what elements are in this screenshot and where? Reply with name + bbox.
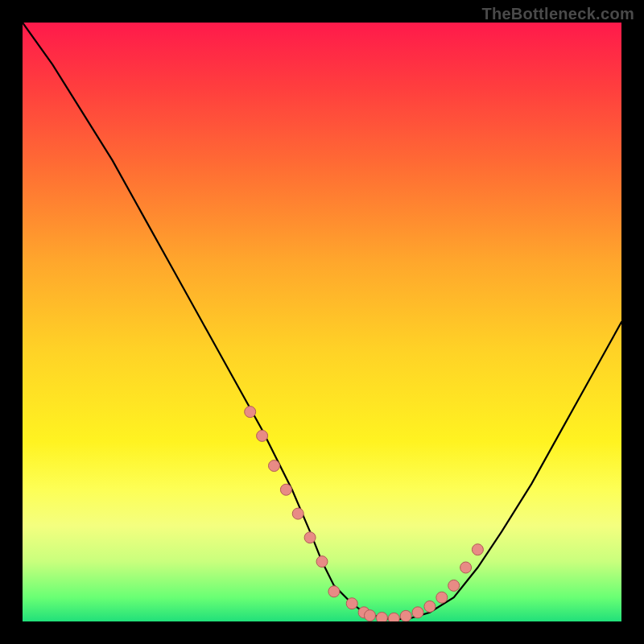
marker-dot: [448, 580, 460, 591]
marker-dot: [316, 556, 328, 568]
marker-dot: [412, 607, 423, 618]
plot-area: [23, 23, 621, 621]
watermark-text: TheBottleneck.com: [481, 5, 634, 23]
chart-frame: TheBottleneck.com: [0, 0, 644, 644]
marker-dot: [245, 407, 256, 418]
marker-dots: [245, 407, 484, 621]
marker-dot: [292, 508, 303, 519]
marker-dot: [460, 562, 472, 573]
bottleneck-curve: [23, 23, 621, 620]
marker-dot: [280, 484, 291, 495]
marker-dot: [346, 598, 357, 609]
chart-svg: [23, 23, 621, 621]
marker-dot: [365, 610, 376, 621]
marker-dot: [400, 610, 411, 621]
marker-dot: [376, 613, 387, 622]
marker-dot: [304, 532, 316, 543]
marker-dot: [472, 544, 483, 555]
marker-dot: [257, 430, 268, 441]
marker-dot: [424, 601, 436, 612]
marker-dot: [436, 592, 448, 603]
marker-dot: [328, 586, 340, 597]
marker-dot: [388, 613, 399, 621]
marker-dot: [269, 460, 280, 472]
